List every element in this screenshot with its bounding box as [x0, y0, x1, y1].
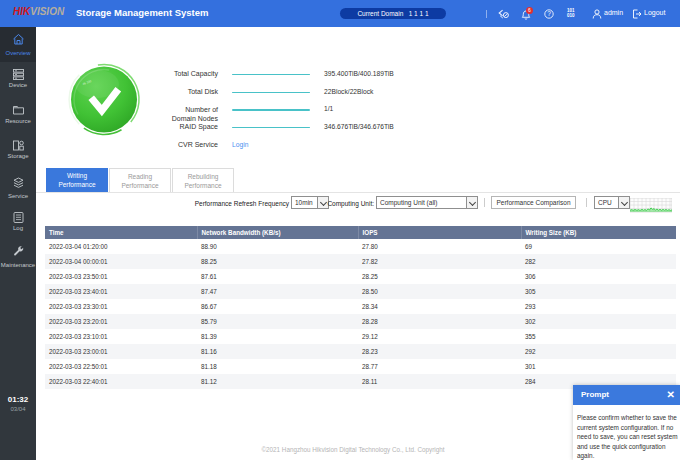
- svg-text:?: ?: [547, 10, 551, 17]
